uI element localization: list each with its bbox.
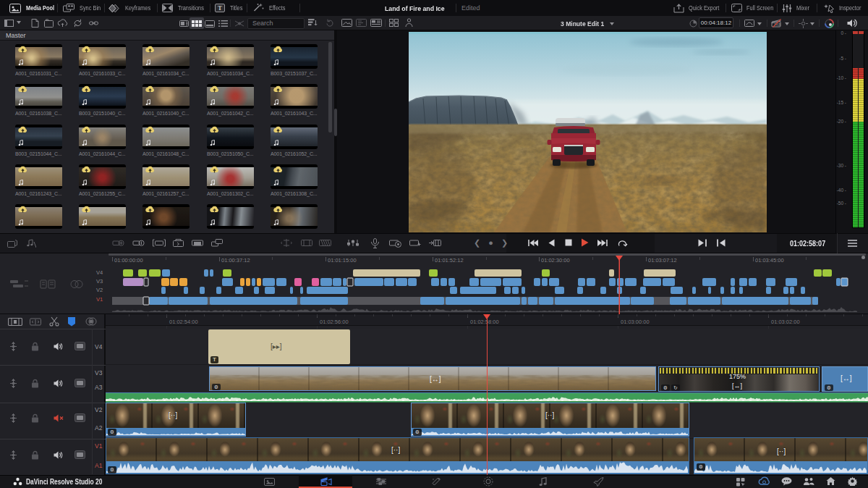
svg-text:T: T [218,4,222,12]
